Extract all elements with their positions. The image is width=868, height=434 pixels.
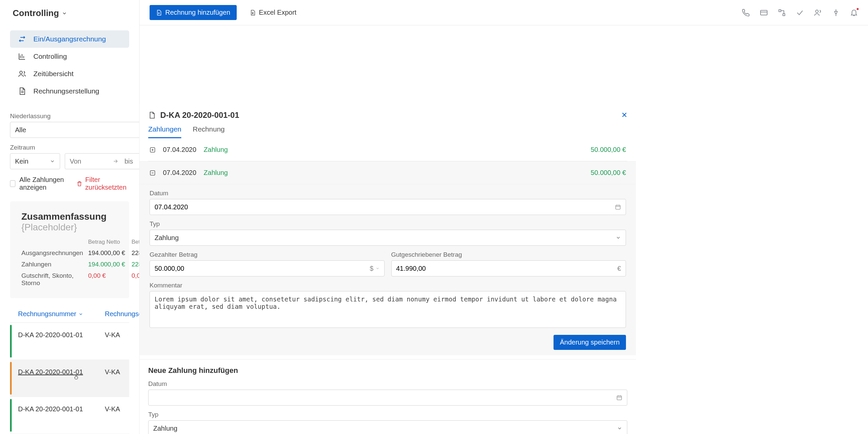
new-typ-select[interactable]: Zahlung [148,420,627,434]
detail-panel: D-KA 20-2020-001-01 ✕ Zahlungen Rechnung… [140,104,636,434]
calendar-icon [616,395,622,401]
document-icon [148,112,156,119]
gut-input[interactable]: € [391,260,626,276]
cell-nummer: D-KA 20-2020-001-01 [18,405,105,413]
summary-title: Zusammenfassung {Placeholder} [21,211,118,233]
label-zeitraum: Zeitraum [10,144,140,151]
payment-type: Zahlung [204,169,228,177]
date-range[interactable] [65,153,140,169]
new-payment-title: Neue Zahlung hinzufügen [148,366,627,375]
sum-value: 228.160,00 € [131,249,140,257]
chart-icon [18,53,26,60]
svg-rect-3 [783,14,785,16]
chevron-down-icon [79,312,83,316]
minus-square-icon [150,170,156,176]
th-nummer[interactable]: Rechnungsnummer [18,310,105,318]
sidebar-item-rechn[interactable]: Rechnungserstellung [10,83,129,100]
sidebar-item-label: Controlling [33,53,67,60]
label-kommentar: Kommentar [150,282,626,289]
save-changes-button[interactable]: Änderung speichern [554,335,626,350]
sidebar-item-controlling[interactable]: Controlling [10,48,129,65]
new-datum-field[interactable] [153,394,616,402]
svg-rect-9 [617,396,622,400]
tab-rechnung[interactable]: Rechnung [193,125,225,138]
th-empf[interactable]: Rechnungsempfänger [105,310,140,318]
chevron-down-icon[interactable] [376,267,380,271]
pin-icon[interactable] [832,9,840,17]
add-invoice-button[interactable]: Rechnung hinzufügen [150,5,237,20]
checkbox-label: Alle Zahlungen anzeigen [19,176,76,191]
date-to-input[interactable] [125,158,140,165]
label-gezahlt: Gezahlter Betrag [150,251,384,258]
exchange-icon [18,35,26,43]
gezahlt-input[interactable]: $ [150,260,384,276]
sidebar: Controlling Ein/Ausgangsrechnung Control… [0,0,140,104]
sum-row-label: Gutschrift, Skonto, Storno [21,272,88,287]
topbar-actions [742,9,858,17]
phone-icon[interactable] [742,9,750,17]
plus-square-icon [150,147,156,153]
payment-row-expanded[interactable]: 07.04.2020 Zahlung 50.000,00 € [140,161,636,184]
typ-select[interactable]: Zahlung [150,230,626,246]
cell-empf: V-KA [105,405,140,413]
card-icon[interactable] [760,9,768,17]
label-gut: Gutgeschriebener Betrag [391,251,626,258]
datum-field[interactable] [155,203,615,211]
table-header: Rechnungsnummer Rechnungsempfänger Betra… [10,310,129,323]
sidebar-item-label: Zeitübersicht [33,70,73,78]
detail-title: D-KA 20-2020-001-01 [160,111,239,120]
select-value: Zahlung [155,234,179,242]
payment-amount: 50.000,00 € [591,169,626,177]
chevron-down-icon [62,11,67,16]
tab-zahlungen[interactable]: Zahlungen [148,125,181,138]
select-value: Alle [15,126,26,134]
gezahlt-field[interactable] [155,265,370,272]
invoice-table: Rechnungsnummer Rechnungsempfänger Betra… [10,310,129,434]
button-label: Änderung speichern [560,339,620,346]
arrow-right-icon [113,158,119,164]
sidebar-item-inout[interactable]: Ein/Ausgangsrechnung [10,30,129,48]
payment-type: Zahlung [204,146,228,154]
document-icon [18,87,26,95]
flow-icon[interactable] [778,9,786,17]
show-all-payments-checkbox[interactable]: Alle Zahlungen anzeigen [10,176,76,191]
nav: Ein/Ausgangsrechnung Controlling Zeitübe… [0,26,139,104]
sum-value: 194.000,00 € [88,261,131,268]
datum-input[interactable] [150,199,626,215]
date-from-input[interactable] [70,158,106,165]
label-typ: Typ [148,411,627,418]
people-icon[interactable] [814,9,822,17]
label-datum: Datum [150,190,626,197]
filter-bar: Niederlassung Alle Projekt / Teilprojekt… [10,113,129,169]
table-row[interactable]: D-KA 20-2020-001-01 V-KA 100.000,22 € 10… [10,397,129,434]
check-icon[interactable] [796,9,804,17]
sum-row-label: Zahlungen [21,261,88,268]
new-datum-input[interactable] [148,390,627,406]
kommentar-textarea[interactable] [150,291,626,328]
gut-field[interactable] [396,265,617,272]
sidebar-item-label: Rechnungserstellung [33,87,99,95]
label-niederlassung: Niederlassung [10,113,140,120]
payment-date: 07.04.2020 [163,169,196,177]
app-title-text: Controlling [13,8,59,18]
link-label: Filter zurücksetzten [85,176,129,191]
cell-nummer: D-KA 20-2020-001-01 [18,331,105,339]
payment-row[interactable]: 07.04.2020 Zahlung 50.000,00 € [148,138,627,161]
chevron-down-icon [50,159,55,164]
sidebar-item-zeit[interactable]: Zeitübersicht [10,65,129,83]
app-title[interactable]: Controlling [0,0,139,26]
bell-icon[interactable] [850,9,858,17]
close-button[interactable]: ✕ [621,111,627,120]
niederlassung-select[interactable]: Alle [10,122,140,138]
reset-filters-link[interactable]: Filter zurücksetzten [76,176,129,191]
excel-export-button[interactable]: Excel Export [243,5,303,20]
table-row[interactable]: D-KA 20-2020-001-01 V-KA 100.000,22 € 10… [10,360,129,397]
svg-point-0 [20,71,22,74]
chevron-down-icon [617,426,622,431]
main-content: Niederlassung Alle Projekt / Teilprojekt… [0,104,140,434]
table-row[interactable]: D-KA 20-2020-001-01 V-KA 100.000,22 € 10… [10,323,129,360]
sum-value: 0,00 € [131,272,140,287]
cursor-hand-icon [73,373,80,380]
button-label: Rechnung hinzufügen [165,9,230,17]
zeitraum-select[interactable]: Kein [10,153,60,169]
